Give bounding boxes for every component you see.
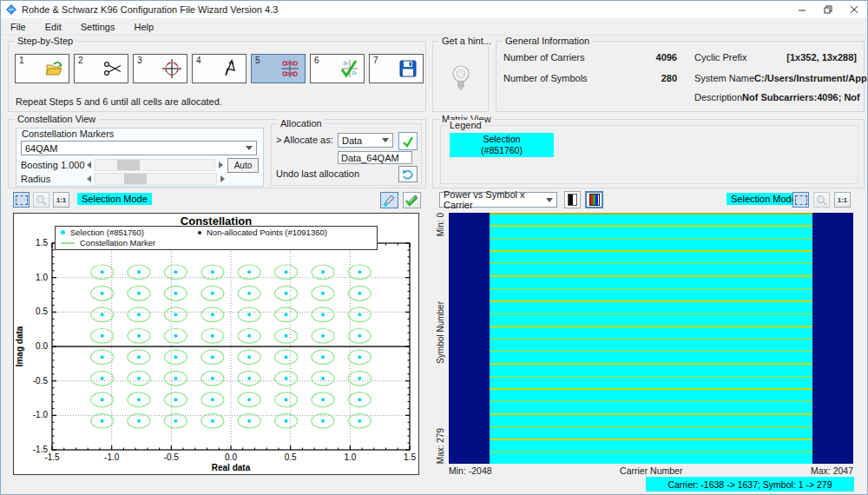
- boosting-slider[interactable]: [95, 159, 215, 171]
- pilot-symbol-row: [490, 326, 813, 327]
- close-button[interactable]: [841, 1, 867, 18]
- matrix-rect-select-button[interactable]: [792, 192, 809, 208]
- symbols-value: 280: [661, 73, 677, 83]
- chevron-down-icon: [246, 146, 253, 150]
- rgb-colormap-button[interactable]: [585, 191, 603, 208]
- svg-text:-0.5: -0.5: [164, 452, 180, 462]
- slider-right-arrow-icon[interactable]: [219, 162, 223, 168]
- matrix-legend-label: Legend: [447, 120, 484, 130]
- matrix-heatmap[interactable]: [449, 213, 853, 464]
- legend-selection: Selection (#851760): [70, 228, 144, 237]
- auto-button[interactable]: Auto: [227, 158, 259, 173]
- allocation-group: Allocation > Allocate as: Data Undo last…: [271, 123, 422, 186]
- rgb-icon: [589, 194, 600, 206]
- matrix-selection-status: Carrier: -1638 -> 1637; Symbol: 1 -> 279: [646, 477, 854, 492]
- step-4-polygon-button[interactable]: 4: [192, 54, 247, 83]
- general-info-label: General Information: [503, 36, 592, 46]
- description-value: Nof Subcarriers:4096; Nof: [742, 92, 860, 102]
- pilot-symbol-row: [490, 263, 813, 265]
- pilot-symbol-row: [490, 351, 813, 353]
- matrix-legend-selection-badge[interactable]: Selection (#851760): [450, 133, 554, 157]
- step-1-open-file-button[interactable]: 1: [15, 54, 69, 83]
- pilot-symbol-row: [490, 275, 813, 277]
- cyclic-prefix-label: Cyclic Prefix: [694, 52, 747, 63]
- legend-nonallocated: Non-allocated Points (#1091360): [207, 228, 327, 237]
- pilot-symbol-row: [490, 376, 813, 378]
- radius-slider[interactable]: [95, 173, 217, 185]
- description-label: Description: [694, 92, 742, 102]
- bw-icon: [568, 194, 577, 206]
- pilot-symbol-row: [490, 250, 813, 252]
- step-6-allocate-button[interactable]: 6: [310, 54, 365, 83]
- step-5-select-cells-button[interactable]: 5: [251, 54, 306, 83]
- pilot-symbol-row: [490, 225, 813, 227]
- confirm-allocation-button[interactable]: [398, 132, 418, 150]
- boosting-slider-thumb[interactable]: [117, 160, 140, 170]
- step-7-save-button[interactable]: 7: [369, 54, 424, 83]
- marker-type-dropdown[interactable]: 64QAM: [21, 141, 257, 155]
- matrix-zoom-button[interactable]: [813, 192, 830, 208]
- undo-label: Undo last allocation: [276, 168, 359, 179]
- mark-cells-button[interactable]: [380, 192, 398, 208]
- boosting-label: Boosting: [21, 160, 61, 170]
- matrix-panel: Min: 0 Symbol Number Max: 279 Min: -2048…: [432, 213, 856, 492]
- matrix-legend-group: Legend Selection (#851760): [440, 125, 858, 184]
- matrix-selection-mode-badge: Selection Mode: [727, 193, 801, 205]
- constellation-markers-panel: Constellation Markers 64QAM Boosting 1.0…: [16, 128, 264, 187]
- svg-text:1.5: 1.5: [36, 238, 48, 248]
- legend-marker: Constellation Marker: [80, 238, 155, 248]
- minimize-button[interactable]: [789, 1, 815, 18]
- allocation-name-input[interactable]: [338, 151, 412, 164]
- constellation-chart[interactable]: Constellation -1.5-1.5-1.0-1.0-0.5-0.50.…: [13, 213, 419, 475]
- const-zoom-reset-button[interactable]: 1:1: [53, 192, 69, 208]
- matrix-y-max: Max: 279: [436, 428, 445, 464]
- matrix-zoom-reset-button[interactable]: 1:1: [834, 192, 851, 208]
- general-info-group: General Information Number of Carriers 4…: [496, 41, 865, 112]
- matrix-x-max: Max: 2047: [811, 465, 853, 476]
- menu-file[interactable]: File: [1, 20, 36, 34]
- menu-edit[interactable]: Edit: [36, 20, 71, 34]
- menu-settings[interactable]: Settings: [71, 20, 125, 34]
- magnifier-icon: [36, 195, 47, 206]
- unallocated-band-left[interactable]: [449, 213, 490, 464]
- const-rect-select-button[interactable]: [13, 192, 30, 208]
- const-zoom-button[interactable]: [33, 192, 49, 208]
- menu-help[interactable]: Help: [124, 20, 163, 34]
- lightbulb-icon[interactable]: [450, 63, 472, 97]
- symbols-label: Number of Symbols: [503, 73, 588, 83]
- steps-hint-text: Repeat Steps 5 and 6 until all cells are…: [16, 96, 222, 107]
- mark-and-allocate-button[interactable]: [403, 192, 421, 208]
- rohde-schwarz-logo-icon: [6, 4, 16, 15]
- slider-left-arrow-icon[interactable]: [87, 162, 91, 168]
- svg-text:-1.0: -1.0: [104, 452, 120, 462]
- unallocated-band-right[interactable]: [812, 213, 853, 464]
- step-2-cut-button[interactable]: 2: [74, 54, 128, 83]
- undo-button[interactable]: [398, 166, 418, 182]
- radius-label: Radius: [21, 174, 87, 184]
- svg-text:1.0: 1.0: [344, 452, 356, 462]
- svg-text:Imag data: Imag data: [15, 326, 24, 366]
- step-3-sync-button[interactable]: 3: [133, 54, 187, 83]
- allocate-as-label: > Allocate as:: [276, 135, 333, 145]
- slider-right-arrow-icon[interactable]: [220, 175, 225, 182]
- constellation-plot[interactable]: -1.5-1.5-1.0-1.0-0.5-0.50.00.00.50.51.01…: [14, 214, 418, 474]
- pilot-symbol-row: [490, 238, 813, 240]
- marker-pen-check-icon: [405, 194, 418, 207]
- svg-text:0.0: 0.0: [225, 452, 237, 462]
- radius-slider-thumb[interactable]: [124, 174, 147, 184]
- pilot-symbol-row: [490, 363, 813, 365]
- const-selection-mode-badge: Selection Mode: [77, 193, 152, 205]
- allocate-type-dropdown[interactable]: Data: [338, 133, 393, 148]
- allocation-label: Allocation: [278, 118, 325, 129]
- title-bar: Rohde & Schwarz K96 Configuration File W…: [1, 1, 867, 18]
- restore-button[interactable]: [815, 1, 841, 18]
- matrix-display-dropdown[interactable]: Power vs Symbol x Carrier: [439, 192, 557, 208]
- svg-text:Real data: Real data: [212, 463, 251, 472]
- marker-pen-icon: [383, 194, 396, 207]
- constellation-view-label: Constellation View: [15, 114, 98, 124]
- slider-left-arrow-icon[interactable]: [87, 175, 91, 182]
- chevron-down-icon: [382, 138, 389, 142]
- pilot-symbol-row: [490, 426, 813, 428]
- bw-colormap-button[interactable]: [564, 191, 581, 208]
- pilot-symbol-row: [490, 413, 813, 415]
